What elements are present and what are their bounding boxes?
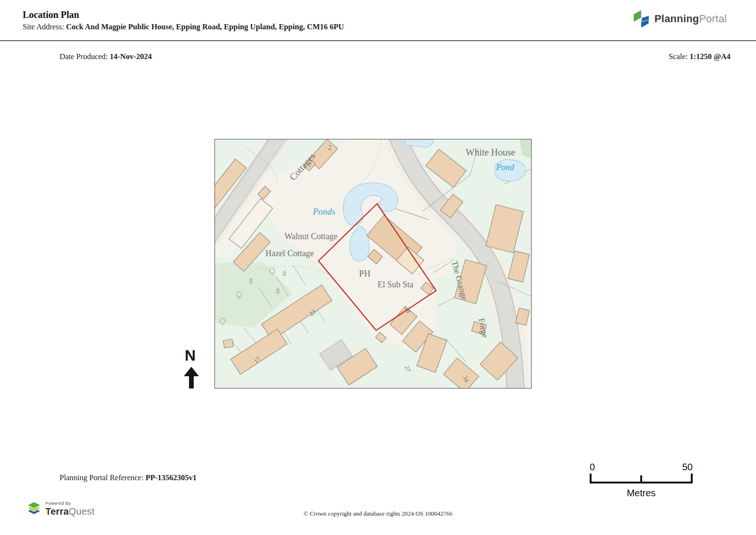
terraquest-powered-by: Powered By bbox=[45, 501, 94, 506]
scale-label: Scale: bbox=[669, 52, 689, 61]
label-walnut-cottage: Walnut Cottage bbox=[284, 232, 337, 241]
label-el-sub-sta: El Sub Sta bbox=[378, 280, 413, 289]
map-canvas: Cottages 2 White House Pond Ponds Walnut… bbox=[215, 139, 531, 388]
reference-label: Planning Portal Reference: bbox=[60, 473, 146, 482]
scale-bar-tick bbox=[640, 475, 642, 482]
scale-bar-line bbox=[590, 474, 693, 483]
label-no2: 2 bbox=[328, 144, 332, 151]
scale-bar-tick bbox=[590, 474, 592, 482]
location-plan-map: Cottages 2 White House Pond Ponds Walnut… bbox=[215, 139, 532, 388]
scale-bar-end: 50 bbox=[682, 462, 693, 472]
scale-bar: 0 50 Metres bbox=[590, 462, 693, 499]
label-pond: Pond bbox=[496, 163, 515, 172]
planning-portal-reference: Planning Portal Reference: PP-13562305v1 bbox=[60, 473, 197, 483]
scale-text: Scale: 1:1250 @A4 bbox=[669, 52, 730, 61]
scale-bar-unit: Metres bbox=[590, 488, 693, 499]
scale-bar-tick bbox=[691, 474, 693, 482]
north-label: N bbox=[185, 347, 196, 364]
header-divider bbox=[0, 40, 756, 41]
crown-copyright: © Crown copyright and database rights 20… bbox=[0, 510, 756, 518]
planning-portal-wordmark-bold: Planning bbox=[654, 13, 699, 25]
scale-bar-start: 0 bbox=[590, 462, 595, 472]
label-white-house: White House bbox=[466, 147, 515, 157]
site-address: Site Address: Cock And Magpie Public Hou… bbox=[23, 22, 344, 32]
page-title: Location Plan bbox=[23, 9, 79, 20]
site-address-label: Site Address: bbox=[23, 22, 66, 31]
date-produced-label: Date Produced: bbox=[60, 52, 110, 61]
label-ponds: Ponds bbox=[312, 207, 335, 216]
reference-value: PP-13562305v1 bbox=[146, 473, 197, 482]
site-address-value: Cock And Magpie Public House, Epping Roa… bbox=[66, 22, 344, 31]
north-arrow-icon bbox=[182, 367, 201, 388]
date-produced: Date Produced: 14-Nov-2024 bbox=[60, 52, 152, 61]
planning-portal-wordmark-light: Portal bbox=[699, 13, 727, 25]
planning-portal-logo: PlanningPortal bbox=[632, 9, 727, 29]
planning-portal-icon bbox=[632, 9, 650, 29]
label-hazel-cottage: Hazel Cottage bbox=[266, 249, 314, 258]
planning-portal-wordmark: PlanningPortal bbox=[654, 13, 727, 25]
label-ph: PH bbox=[359, 268, 371, 278]
scale-value: 1:1250 @A4 bbox=[690, 52, 730, 61]
date-produced-value: 14-Nov-2024 bbox=[110, 52, 152, 61]
